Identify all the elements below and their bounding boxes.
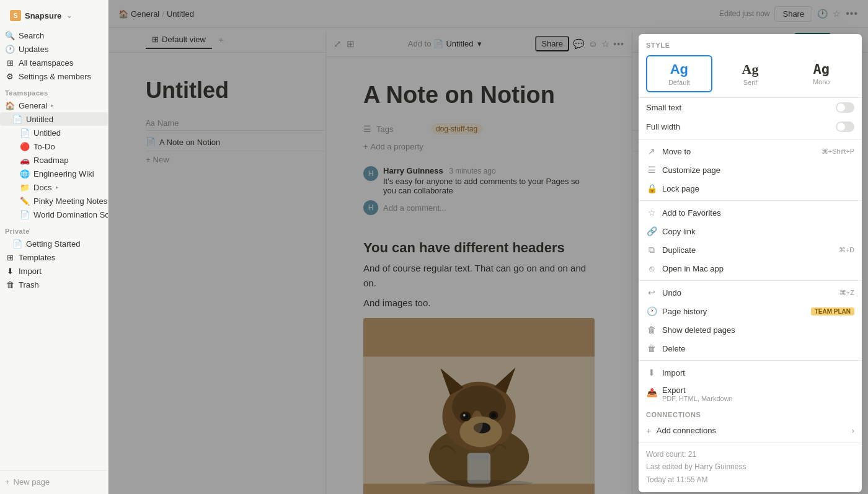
updates-icon: 🕐: [5, 44, 15, 54]
popup-divider-2: [639, 200, 862, 201]
sidebar-item-templates[interactable]: ⊞ Templates: [0, 250, 108, 264]
small-text-toggle[interactable]: [836, 102, 854, 113]
menu-item-show-deleted[interactable]: 🗑 Show deleted pages: [639, 320, 862, 339]
menu-item-lock[interactable]: 🔒 Lock page: [639, 179, 862, 198]
roadmap-icon: 🚗: [20, 155, 30, 165]
menu-item-favorites[interactable]: ☆ Add to Favorites: [639, 203, 862, 222]
export-label: Export: [662, 386, 733, 395]
sidebar-item-general[interactable]: 🏠 General ▸: [0, 99, 108, 112]
sidebar-item-search[interactable]: 🔍 Search: [0, 29, 108, 42]
menu-item-copy-link[interactable]: 🔗 Copy link: [639, 222, 862, 240]
duplicate-label: Duplicate: [662, 245, 696, 255]
docs-chevron: ▸: [56, 184, 59, 190]
sidebar-untitled-label: Untitled: [33, 128, 61, 138]
sidebar-item-all-teamspaces[interactable]: ⊞ All teamspaces: [0, 56, 108, 69]
sidebar-teamspaces-label: All teamspaces: [19, 58, 73, 68]
menu-item-delete[interactable]: 🗑 Delete: [639, 339, 862, 358]
sidebar-untitled-active-label: Untitled: [26, 115, 53, 124]
add-connections-chevron: ›: [852, 426, 854, 435]
undo-label: Undo: [662, 288, 681, 298]
lock-icon: 🔒: [646, 183, 657, 194]
search-icon: 🔍: [5, 30, 15, 40]
style-mono-ag: Ag: [813, 61, 830, 77]
engwiki-icon: 🌐: [20, 169, 30, 179]
full-width-toggle[interactable]: [836, 121, 854, 132]
copy-link-icon: 🔗: [646, 226, 657, 237]
word-count: Word count: 21: [646, 448, 854, 461]
menu-item-customize[interactable]: ☰ Customize page: [639, 161, 862, 179]
menu-item-page-history[interactable]: 🕐 Page history TEAM PLAN: [639, 302, 862, 320]
sidebar-import-label: Import: [19, 267, 42, 276]
popup-divider-3: [639, 280, 862, 281]
sidebar-todo-label: To-Do: [33, 142, 55, 151]
add-connections-icon: +: [646, 425, 652, 436]
toggle-knob: [837, 104, 845, 112]
sidebar-trash-label: Trash: [19, 280, 39, 289]
main-area: 🏠 General / Untitled Edited just now Sha…: [108, 0, 868, 494]
style-default-ag: Ag: [670, 61, 688, 77]
sidebar-item-settings[interactable]: ⚙ Settings & members: [0, 69, 108, 83]
workspace-switcher[interactable]: S Snapsure ⌄: [5, 7, 103, 24]
sidebar-item-getting-started[interactable]: 📄 Getting Started: [0, 237, 108, 250]
sidebar-item-world[interactable]: 📄 World Domination Sche...: [0, 208, 108, 221]
new-page-button[interactable]: + New page: [0, 475, 108, 489]
sidebar-engwiki-label: Engineering Wiki: [33, 169, 94, 179]
favorites-icon: ☆: [646, 207, 657, 218]
popup-menu: STYLE Ag Default Ag Serif Ag Mono Small …: [639, 34, 862, 492]
world-icon: 📄: [20, 210, 30, 219]
sidebar-item-untitled-active[interactable]: 📄 Untitled: [0, 112, 108, 126]
delete-label: Delete: [662, 344, 686, 353]
general-chevron: ▸: [51, 102, 54, 108]
menu-item-import[interactable]: ⬇ Import: [639, 363, 862, 382]
full-width-toggle-row: Full width: [639, 117, 862, 136]
untitled-active-icon: 📄: [12, 114, 22, 124]
sidebar-settings-label: Settings & members: [19, 72, 91, 81]
untitled-icon: 📄: [20, 128, 30, 138]
menu-item-duplicate[interactable]: ⧉ Duplicate ⌘+D: [639, 240, 862, 259]
sidebar-roadmap-label: Roadmap: [33, 156, 68, 165]
sidebar-item-untitled[interactable]: 📄 Untitled: [0, 126, 108, 139]
page-history-icon: 🕐: [646, 306, 657, 317]
sidebar: S Snapsure ⌄ 🔍 Search 🕐 Updates ⊞ All te…: [0, 0, 108, 494]
settings-icon: ⚙: [5, 71, 15, 81]
export-content: Export PDF, HTML, Markdown: [662, 386, 733, 402]
new-page-label: New page: [14, 477, 50, 487]
getting-started-icon: 📄: [12, 239, 22, 249]
style-option-default[interactable]: Ag Default: [646, 55, 712, 92]
open-mac-label: Open in Mac app: [662, 264, 724, 273]
popup-divider-4: [639, 360, 862, 361]
delete-icon: 🗑: [646, 343, 657, 354]
menu-item-move-to[interactable]: ↗ Move to ⌘+Shift+P: [639, 142, 862, 161]
sidebar-item-pinky[interactable]: ✏️ Pinky Meeting Notes: [0, 194, 108, 208]
sidebar-search-label: Search: [19, 31, 44, 40]
sidebar-item-roadmap[interactable]: 🚗 Roadmap: [0, 153, 108, 167]
style-default-label: Default: [668, 79, 690, 86]
sidebar-item-trash[interactable]: 🗑 Trash: [0, 278, 108, 291]
show-deleted-label: Show deleted pages: [662, 325, 735, 335]
style-option-mono[interactable]: Ag Mono: [788, 55, 854, 92]
private-section-label: Private: [0, 221, 108, 237]
add-connections-button[interactable]: + Add connections ›: [646, 422, 854, 439]
sidebar-pinky-label: Pinky Meeting Notes: [33, 196, 107, 206]
todo-icon: 🔴: [20, 141, 30, 151]
sidebar-item-import[interactable]: ⬇ Import: [0, 264, 108, 278]
menu-item-open-mac[interactable]: ⎋ Open in Mac app: [639, 259, 862, 278]
style-option-serif[interactable]: Ag Serif: [717, 55, 784, 92]
sidebar-item-todo[interactable]: 🔴 To-Do: [0, 139, 108, 153]
page-history-label: Page history: [662, 307, 707, 316]
open-mac-icon: ⎋: [646, 263, 657, 274]
teamspaces-section-label: Teamspaces: [0, 83, 108, 99]
workspace-chevron: ⌄: [66, 12, 72, 20]
sidebar-item-updates[interactable]: 🕐 Updates: [0, 42, 108, 56]
menu-item-undo[interactable]: ↩ Undo ⌘+Z: [639, 283, 862, 302]
small-text-label: Small text: [646, 103, 681, 112]
sidebar-item-docs[interactable]: 📁 Docs ▸: [0, 180, 108, 194]
sidebar-templates-label: Templates: [19, 253, 55, 262]
workspace-name: Snapsure: [25, 11, 61, 20]
menu-item-export[interactable]: 📤 Export PDF, HTML, Markdown: [639, 382, 862, 406]
import-menu-icon: ⬇: [646, 367, 657, 378]
docs-icon: 📁: [20, 182, 30, 192]
style-section-label: STYLE: [646, 42, 854, 49]
full-width-label: Full width: [646, 122, 680, 131]
sidebar-item-engwiki[interactable]: 🌐 Engineering Wiki: [0, 167, 108, 180]
